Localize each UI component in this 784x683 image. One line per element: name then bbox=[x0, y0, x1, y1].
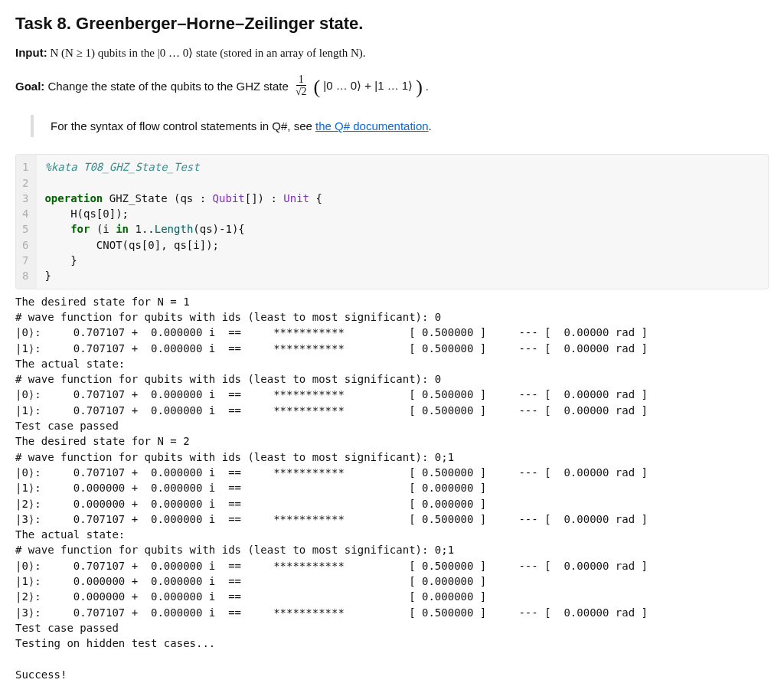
task-title: Task 8. Greenberger–Horne–Zeilinger stat… bbox=[15, 14, 769, 34]
syntax-note: For the syntax of flow control statement… bbox=[31, 115, 769, 137]
line-number: 4 bbox=[21, 206, 30, 221]
input-text-2: state (stored in an array of length N). bbox=[193, 47, 365, 59]
line-number: 8 bbox=[21, 268, 30, 283]
code-text: { bbox=[309, 192, 322, 204]
code-body[interactable]: %kata T08_GHZ_State_Test operation GHZ_S… bbox=[37, 155, 329, 288]
fraction: 1 √2 bbox=[293, 74, 309, 99]
fn-length: Length bbox=[155, 223, 194, 235]
code-text: (i bbox=[90, 223, 116, 235]
code-text: GHZ_State (qs : bbox=[103, 192, 212, 204]
execution-output: The desired state for N = 1 # wave funct… bbox=[15, 294, 769, 682]
goal-label: Goal: bbox=[15, 80, 44, 93]
input-ket: |0 … 0⟩ bbox=[158, 47, 194, 59]
code-line: } bbox=[44, 254, 77, 266]
input-label: Input: bbox=[15, 46, 47, 59]
type-unit: Unit bbox=[283, 192, 309, 204]
input-description: Input: N (N ≥ 1) qubits in the |0 … 0⟩ s… bbox=[15, 44, 769, 62]
documentation-link[interactable]: the Q# documentation bbox=[315, 119, 429, 132]
line-number: 2 bbox=[21, 175, 30, 191]
input-text-1: N (N ≥ 1) qubits in the bbox=[47, 47, 158, 59]
fraction-numerator: 1 bbox=[296, 74, 306, 86]
goal-description: Goal: Change the state of the qubits to … bbox=[15, 74, 769, 99]
line-number: 3 bbox=[21, 191, 30, 206]
keyword-operation: operation bbox=[44, 192, 103, 204]
code-text: []) : bbox=[245, 192, 284, 204]
note-suffix: . bbox=[429, 119, 432, 132]
code-line: CNOT(qs[0], qs[i]); bbox=[44, 239, 219, 251]
line-number: 7 bbox=[21, 253, 30, 268]
code-cell[interactable]: 1 2 3 4 5 6 7 8 %kata T08_GHZ_State_Test… bbox=[15, 154, 769, 289]
fraction-denominator: √2 bbox=[293, 86, 309, 99]
code-text: (qs)-1){ bbox=[193, 223, 244, 235]
type-qubit: Qubit bbox=[213, 192, 245, 204]
code-line: H(qs[0]); bbox=[44, 208, 129, 220]
keyword-for: for bbox=[44, 223, 90, 235]
line-number: 6 bbox=[21, 237, 30, 253]
goal-period: . bbox=[426, 80, 429, 93]
line-number: 1 bbox=[21, 159, 30, 175]
code-comment: %kata T08_GHZ_State_Test bbox=[44, 161, 199, 173]
line-number: 5 bbox=[21, 221, 30, 237]
code-text: 1.. bbox=[129, 223, 155, 235]
keyword-in: in bbox=[116, 223, 129, 235]
goal-text: Change the state of the qubits to the GH… bbox=[44, 80, 289, 93]
code-line: } bbox=[44, 270, 51, 282]
line-number-gutter: 1 2 3 4 5 6 7 8 bbox=[16, 155, 37, 288]
note-prefix: For the syntax of flow control statement… bbox=[51, 119, 315, 132]
goal-ket: |0 … 0⟩ + |1 … 1⟩ bbox=[323, 79, 413, 93]
